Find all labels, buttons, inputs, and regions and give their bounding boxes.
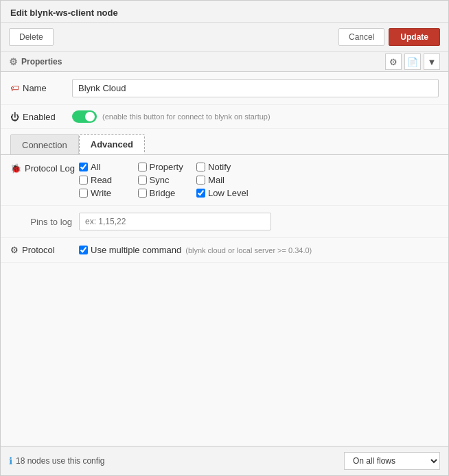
name-label: 🏷 Name <box>10 83 72 93</box>
info-icon: ℹ <box>9 455 12 466</box>
copy-icon-button[interactable]: 📄 <box>404 53 421 70</box>
copy-icon: 📄 <box>407 57 418 67</box>
use-multiple-command-checkbox[interactable]: Use multiple command <box>79 245 181 255</box>
checkbox-all[interactable]: All <box>79 162 131 172</box>
sub-tabs: Connection Advanced <box>1 129 448 155</box>
checkbox-property[interactable]: Property <box>138 162 190 172</box>
dialog-title: Edit blynk-ws-client node <box>10 8 118 18</box>
dialog: Edit blynk-ws-client node Delete Cancel … <box>0 0 449 476</box>
power-icon: ⏻ <box>10 112 19 122</box>
use-multiple-hint: (blynk cloud or local server >= 0.34.0) <box>185 246 312 254</box>
bug-icon: 🐞 <box>10 163 21 174</box>
protocol-log-row: 🐞 Protocol Log All Property Notify Read <box>1 155 448 206</box>
flows-select[interactable]: On all flows On current flow <box>344 452 440 470</box>
pins-label: Pins to log <box>10 217 72 227</box>
checkbox-sync[interactable]: Sync <box>138 175 190 185</box>
checkbox-read[interactable]: Read <box>79 175 131 185</box>
title-bar: Edit blynk-ws-client node <box>1 1 448 23</box>
advanced-tab[interactable]: Advanced <box>79 134 145 154</box>
protocol-log-checkboxes: All Property Notify Read Sync <box>79 162 249 198</box>
protocol-gear-icon: ⚙ <box>10 245 19 255</box>
protocol-label: ⚙ Protocol <box>10 245 79 255</box>
enabled-hint: (enable this button for connect to blynk… <box>102 112 270 121</box>
pins-input[interactable] <box>79 213 271 230</box>
checkbox-notify[interactable]: Notify <box>196 162 249 172</box>
gear-icon: ⚙ <box>9 56 18 67</box>
name-input[interactable] <box>72 79 439 97</box>
enabled-row: ⏻ Enabled (enable this button for connec… <box>1 105 448 129</box>
settings-icon: ⚙ <box>389 57 398 67</box>
enabled-toggle[interactable] <box>72 110 97 123</box>
checkbox-mail[interactable]: Mail <box>196 175 249 185</box>
settings-icon-button[interactable]: ⚙ <box>385 53 402 70</box>
nodes-count-text: 18 nodes use this config <box>16 456 104 466</box>
update-button[interactable]: Update <box>389 28 440 46</box>
cancel-button[interactable]: Cancel <box>338 28 384 46</box>
chevron-down-icon: ▼ <box>428 57 437 67</box>
footer: ℹ 18 nodes use this config On all flows … <box>1 446 448 475</box>
properties-tab-label: Properties <box>21 57 62 67</box>
enabled-label: ⏻ Enabled <box>10 112 72 122</box>
properties-tab[interactable]: ⚙ Properties <box>9 52 69 71</box>
name-row: 🏷 Name <box>1 72 448 105</box>
checkbox-write[interactable]: Write <box>79 188 131 198</box>
toolbar: Delete Cancel Update <box>1 23 448 52</box>
delete-button[interactable]: Delete <box>9 28 54 46</box>
checkbox-lowlevel[interactable]: Low Level <box>196 188 249 198</box>
protocol-row: ⚙ Protocol Use multiple command (blynk c… <box>1 238 448 263</box>
checkbox-bridge[interactable]: Bridge <box>138 188 190 198</box>
protocol-log-label: 🐞 Protocol Log <box>10 162 79 174</box>
properties-tab-bar: ⚙ Properties ⚙ 📄 ▼ <box>1 52 448 72</box>
dropdown-icon-button[interactable]: ▼ <box>424 53 440 70</box>
footer-info: ℹ 18 nodes use this config <box>9 455 104 466</box>
pins-row: Pins to log <box>1 206 448 238</box>
tag-icon: 🏷 <box>10 83 19 93</box>
connection-tab[interactable]: Connection <box>10 134 79 154</box>
content-area: 🏷 Name ⏻ Enabled (enable this button for… <box>1 72 448 446</box>
